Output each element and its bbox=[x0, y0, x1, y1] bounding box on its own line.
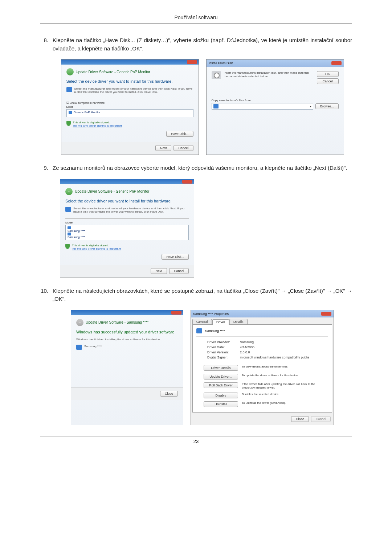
have-disk-button[interactable]: Have Disk... bbox=[166, 131, 193, 137]
cancel-button[interactable]: Cancel bbox=[169, 268, 189, 274]
back-icon: ← bbox=[76, 319, 83, 326]
dialog-heading: Select the device driver you want to ins… bbox=[66, 79, 193, 83]
close-icon[interactable] bbox=[331, 61, 342, 65]
model-label: Model bbox=[66, 105, 193, 108]
disk-icon bbox=[212, 71, 221, 79]
tab-details[interactable]: Details bbox=[229, 319, 248, 324]
signed-link[interactable]: Tell me why driver signing is important bbox=[72, 247, 121, 250]
dialog-subtext: Select the manufacturer and model of you… bbox=[73, 207, 189, 213]
page-header: Používání softwaru bbox=[40, 15, 352, 24]
step-8: 8. Klepněte na tlačítko „Have Disk... (Z… bbox=[40, 36, 352, 53]
cancel-button[interactable]: Cancel bbox=[173, 145, 193, 151]
dialog-install-from-disk: Install From Disk Insert the manufacture… bbox=[206, 59, 344, 155]
copy-label: Copy manufacturer's files from: bbox=[212, 99, 339, 102]
dialog-select-driver-samsung: ← Update Driver Software - Generic PnP M… bbox=[60, 179, 194, 278]
model-list[interactable]: Samsung **** Samsung **** bbox=[65, 225, 189, 240]
update-driver-button[interactable]: Update Driver... bbox=[204, 374, 238, 379]
copy-path-combobox[interactable]: ▾ bbox=[212, 103, 313, 110]
nav-title: Update Driver Software - Samsung **** bbox=[86, 320, 148, 324]
titlebar bbox=[71, 310, 183, 315]
close-icon[interactable] bbox=[321, 312, 331, 316]
disable-button[interactable]: Disable bbox=[204, 393, 238, 398]
titlebar: Install From Disk bbox=[207, 59, 344, 67]
titlebar: Samsung **** Properties bbox=[191, 310, 334, 317]
monitor-icon bbox=[65, 207, 71, 212]
uninstall-button[interactable]: Uninstall bbox=[204, 401, 238, 407]
properties-title: Samsung **** Properties bbox=[193, 312, 229, 316]
tab-general[interactable]: General bbox=[192, 319, 212, 324]
cancel-button[interactable]: Cancel bbox=[317, 78, 339, 84]
success-heading: Windows has successfully updated your dr… bbox=[76, 330, 178, 334]
drive-icon bbox=[213, 104, 219, 108]
signed-link[interactable]: Tell me why driver signing is important bbox=[73, 124, 122, 127]
monitor-icon bbox=[68, 226, 71, 229]
uninstall-desc: To uninstall the driver (Advanced). bbox=[242, 401, 328, 405]
chevron-down-icon: ▾ bbox=[310, 105, 311, 108]
signed-text: This driver is digitally signed. bbox=[73, 121, 122, 124]
step-num: 8. bbox=[40, 36, 53, 53]
provider-label: Driver Provider: bbox=[207, 340, 240, 344]
step-text: Klepněte na následujících obrazovkách, k… bbox=[53, 287, 352, 303]
shield-icon bbox=[65, 244, 70, 249]
provider-value: Samsung bbox=[240, 340, 254, 344]
dialog-update-success: ← Update Driver Software - Samsung **** … bbox=[71, 310, 183, 426]
dialog-subtext: Select the manufacturer and model of you… bbox=[74, 87, 193, 94]
monitor-icon bbox=[68, 233, 71, 235]
close-button[interactable]: Close bbox=[291, 416, 309, 422]
titlebar bbox=[60, 179, 194, 184]
nav-title: Update Driver Software - Generic PnP Mon… bbox=[76, 70, 150, 74]
monitor-icon bbox=[76, 345, 82, 350]
dialog-title: Install From Disk bbox=[209, 61, 233, 65]
driver-details-desc: To view details about the driver files. bbox=[242, 365, 328, 369]
model-list[interactable]: Generic PnP Monitor bbox=[66, 109, 193, 117]
have-disk-button[interactable]: Have Disk... bbox=[162, 254, 189, 260]
date-value: 4/14/2005 bbox=[240, 345, 254, 349]
step-9: 9. Ze seznamu monitorů na obrazovce vybe… bbox=[40, 164, 352, 172]
browse-button[interactable]: Browse... bbox=[315, 103, 339, 109]
disable-desc: Disables the selected device. bbox=[242, 393, 328, 396]
dialog-properties: Samsung **** Properties General Driver D… bbox=[191, 310, 334, 426]
date-label: Driver Date: bbox=[207, 345, 240, 349]
install-disk-text: Insert the manufacturer's installation d… bbox=[224, 71, 314, 84]
close-icon[interactable] bbox=[187, 60, 197, 64]
rollback-driver-button[interactable]: Roll Back Driver bbox=[204, 382, 238, 388]
close-icon[interactable] bbox=[182, 180, 192, 184]
shield-icon bbox=[66, 121, 71, 126]
step-text: Klepněte na tlačítko „Have Disk... (Z di… bbox=[53, 36, 352, 53]
step-num: 10. bbox=[40, 287, 53, 303]
signer-value: microsoft windows hardware compatibility… bbox=[240, 356, 310, 359]
model-label: Model bbox=[65, 221, 189, 224]
driver-details-button[interactable]: Driver Details bbox=[204, 365, 238, 371]
device-name: Samsung **** bbox=[205, 329, 225, 333]
back-icon[interactable]: ← bbox=[66, 68, 74, 75]
cancel-button: Cancel bbox=[311, 416, 331, 422]
next-button[interactable]: Next bbox=[155, 145, 172, 151]
next-button[interactable]: Next bbox=[151, 268, 167, 274]
close-icon[interactable] bbox=[171, 311, 181, 315]
page-number: 23 bbox=[40, 436, 352, 444]
ok-button[interactable]: OK bbox=[317, 71, 339, 77]
version-label: Driver Version: bbox=[207, 350, 240, 354]
monitor-icon bbox=[66, 87, 72, 92]
rollback-driver-desc: If the device fails after updating the d… bbox=[242, 382, 328, 390]
dialog-select-driver: ← Update Driver Software - Generic PnP M… bbox=[61, 59, 199, 155]
monitor-icon bbox=[69, 111, 72, 114]
step-num: 9. bbox=[40, 164, 53, 172]
step-10: 10. Klepněte na následujících obrazovkác… bbox=[40, 287, 352, 303]
tab-strip: General Driver Details bbox=[191, 317, 334, 324]
titlebar bbox=[61, 59, 199, 65]
signer-label: Digital Signer: bbox=[207, 356, 240, 359]
update-driver-desc: To update the driver software for this d… bbox=[242, 374, 328, 377]
back-icon[interactable]: ← bbox=[65, 188, 73, 195]
nav-title: Update Driver Software - Generic PnP Mon… bbox=[75, 189, 149, 193]
device-name: Samsung **** bbox=[84, 345, 102, 350]
signed-text: This driver is digitally signed. bbox=[72, 244, 121, 247]
close-button[interactable]: Close bbox=[160, 391, 178, 397]
success-subtext: Windows has finished installing the driv… bbox=[76, 338, 178, 341]
tab-driver[interactable]: Driver bbox=[212, 319, 229, 325]
dialog-heading: Select the device driver you want to ins… bbox=[65, 199, 189, 203]
step-text: Ze seznamu monitorů na obrazovce vyberte… bbox=[53, 164, 352, 172]
version-value: 2.0.0.0 bbox=[240, 350, 250, 354]
show-compat-checkbox-label[interactable]: ☑ Show compatible hardware bbox=[66, 101, 193, 104]
monitor-icon bbox=[196, 328, 202, 333]
